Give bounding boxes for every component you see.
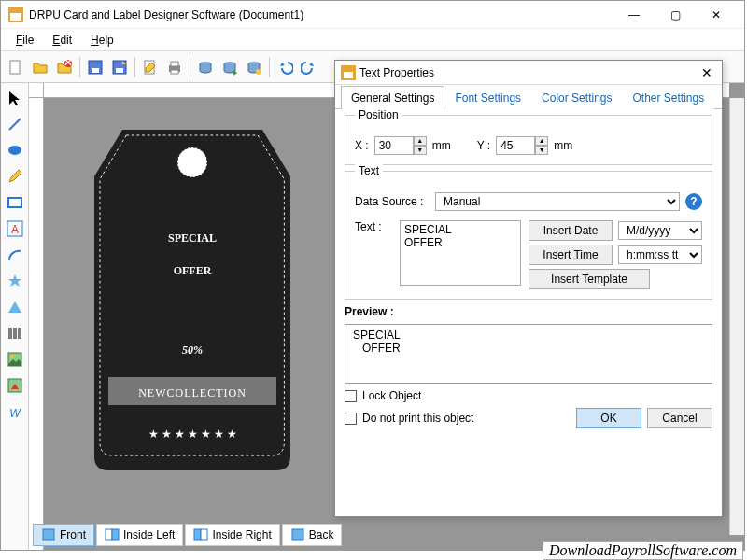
insert-time-button[interactable]: Insert Time	[529, 245, 613, 265]
spin-down-icon[interactable]: ▼	[414, 146, 427, 155]
insert-date-button[interactable]: Insert Date	[529, 220, 613, 241]
svg-text:A: A	[10, 223, 18, 236]
dialog-close-icon[interactable]: ✕	[698, 65, 716, 80]
svg-rect-43	[194, 529, 201, 540]
ellipse-tool-icon[interactable]	[4, 139, 26, 161]
menubar: File Edit Help	[1, 29, 744, 51]
svg-rect-19	[8, 198, 21, 207]
text-properties-dialog: Text Properties ✕ General Settings Font …	[334, 60, 723, 517]
svg-text:NEWCOLLECTION: NEWCOLLECTION	[138, 386, 247, 399]
cancel-button[interactable]: Cancel	[647, 408, 712, 428]
label-object[interactable]: SPECIAL OFFER 50% NEWCOLLECTION ★ ★ ★ ★ …	[85, 120, 300, 475]
edit-icon[interactable]	[139, 56, 162, 78]
datasource-select[interactable]: Manual	[435, 192, 680, 211]
save-icon[interactable]	[84, 56, 106, 78]
text-input[interactable]: SPECIAL OFFER	[400, 220, 521, 286]
scrollbar-vertical[interactable]	[729, 98, 744, 535]
svg-line-17	[9, 119, 21, 130]
saveas-icon[interactable]	[108, 56, 131, 78]
svg-rect-45	[292, 529, 303, 540]
tab-color-settings[interactable]: Color Settings	[531, 86, 622, 109]
svg-rect-1	[10, 13, 21, 21]
svg-rect-44	[201, 529, 207, 540]
line-tool-icon[interactable]	[4, 113, 26, 135]
new-icon[interactable]	[5, 56, 27, 78]
open-icon[interactable]	[29, 56, 51, 78]
svg-text:W: W	[9, 407, 21, 420]
preview-box: SPECIAL OFFER	[345, 324, 712, 384]
titlebar: DRPU Card and Label Designer Software (D…	[1, 1, 744, 29]
menu-edit[interactable]: Edit	[45, 32, 79, 49]
ok-button[interactable]: OK	[576, 408, 641, 428]
page-icon	[41, 527, 56, 542]
x-spinner[interactable]: ▲▼	[374, 136, 427, 155]
rect-tool-icon[interactable]	[4, 191, 26, 214]
dialog-titlebar: Text Properties ✕	[335, 61, 722, 85]
insert-template-button[interactable]: Insert Template	[529, 269, 650, 289]
page-icon	[105, 527, 120, 542]
triangle-tool-icon[interactable]	[4, 296, 26, 318]
barcode-tool-icon[interactable]	[4, 322, 26, 344]
maximize-button[interactable]: ▢	[655, 2, 696, 28]
preview-label: Preview :	[345, 305, 712, 318]
db-edit-icon[interactable]	[243, 56, 265, 78]
page-icon	[193, 527, 208, 542]
menu-help[interactable]: Help	[83, 32, 121, 49]
tab-front[interactable]: Front	[33, 524, 94, 546]
text-group: Text Data Source : Manual ? Text : SPECI…	[345, 171, 712, 300]
svg-rect-12	[171, 70, 178, 74]
position-group: Position X : ▲▼ mm Y : ▲▼ mm	[345, 115, 712, 165]
y-spinner[interactable]: ▲▼	[496, 136, 548, 155]
do-not-print-checkbox[interactable]: Do not print this object	[345, 412, 473, 425]
tab-inside-right[interactable]: Inside Right	[185, 524, 279, 546]
time-format-select[interactable]: h:mm:ss tt	[618, 245, 702, 264]
minimize-button[interactable]: —	[613, 2, 655, 28]
redo-icon[interactable]	[298, 56, 320, 78]
print-icon[interactable]	[163, 56, 186, 78]
svg-rect-2	[10, 61, 20, 74]
y-label: Y :	[477, 139, 490, 152]
spin-up-icon[interactable]: ▲	[535, 136, 548, 146]
help-icon[interactable]: ?	[685, 193, 702, 210]
pointer-tool-icon[interactable]	[4, 87, 26, 109]
svg-point-29	[10, 355, 14, 358]
ruler-corner	[29, 83, 44, 98]
watermark: DownloadPayrollSoftware.com	[543, 541, 743, 560]
wordart-tool-icon[interactable]: W	[4, 400, 26, 423]
date-format-select[interactable]: M/d/yyyy	[618, 221, 702, 240]
svg-text:✕: ✕	[63, 59, 73, 69]
x-label: X :	[355, 139, 369, 152]
image-tool-icon[interactable]	[4, 348, 26, 371]
pencil-tool-icon[interactable]	[4, 165, 26, 188]
star-tool-icon[interactable]	[4, 270, 26, 292]
dialog-title: Text Properties	[356, 66, 698, 79]
close-doc-icon[interactable]: ✕	[53, 56, 76, 78]
dialog-tabs: General Settings Font Settings Color Set…	[335, 85, 722, 109]
svg-text:OFFER: OFFER	[174, 264, 212, 277]
text-tool-icon[interactable]: A	[4, 217, 26, 240]
db-next-icon[interactable]	[218, 56, 241, 78]
ruler-vertical	[29, 98, 44, 550]
svg-rect-6	[92, 68, 99, 73]
tab-font-settings[interactable]: Font Settings	[444, 86, 531, 109]
tab-general-settings[interactable]: General Settings	[341, 86, 444, 109]
tab-inside-left[interactable]: Inside Left	[96, 524, 183, 546]
tab-back[interactable]: Back	[282, 524, 343, 546]
spin-up-icon[interactable]: ▲	[414, 136, 427, 146]
lock-object-checkbox[interactable]: Lock Object	[345, 389, 712, 402]
svg-rect-11	[171, 62, 178, 66]
close-button[interactable]: ✕	[696, 2, 737, 28]
tool-palette: A W	[1, 83, 29, 550]
svg-rect-40	[43, 529, 54, 540]
arc-tool-icon[interactable]	[4, 244, 26, 266]
svg-point-18	[8, 146, 21, 155]
undo-icon[interactable]	[274, 56, 296, 78]
svg-text:★ ★ ★ ★ ★ ★ ★: ★ ★ ★ ★ ★ ★ ★	[148, 427, 237, 441]
db-icon[interactable]	[194, 56, 217, 78]
svg-rect-42	[112, 529, 119, 540]
library-tool-icon[interactable]	[4, 374, 26, 397]
spin-down-icon[interactable]: ▼	[535, 146, 548, 155]
svg-rect-47	[344, 72, 353, 78]
menu-file[interactable]: File	[8, 32, 41, 49]
tab-other-settings[interactable]: Other Settings	[622, 86, 714, 109]
